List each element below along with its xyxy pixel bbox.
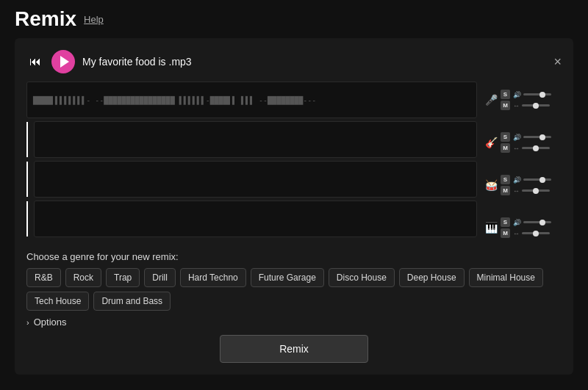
mute-button-2[interactable]: M: [501, 143, 510, 153]
pan-knob-4: [533, 231, 539, 236]
track-row-4: [26, 201, 477, 236]
mute-button-1[interactable]: M: [501, 101, 510, 110]
remix-button[interactable]: Remix: [220, 335, 368, 363]
genre-tag-deep-house[interactable]: Deep House: [399, 268, 465, 287]
tracks-area: ████▌▌▌▌▌▌▌▌- --████████████████ ▌▌▌▌▌▌-…: [26, 82, 562, 245]
ctrl-group-4: 🎹 S M 🔊 ↔: [484, 210, 562, 245]
volume-slider-3[interactable]: 🔊: [513, 176, 551, 184]
back-button[interactable]: ⏮: [26, 54, 44, 70]
pan-slider-3[interactable]: ↔: [513, 187, 551, 195]
genre-tag-future-garage[interactable]: Future Garage: [251, 268, 324, 287]
volume-knob-2: [539, 134, 545, 140]
pan-icon-2: ↔: [513, 145, 520, 152]
mic-icon: 🎤: [484, 94, 498, 106]
pan-bar-3[interactable]: [522, 189, 550, 192]
options-row[interactable]: › Options: [26, 317, 562, 328]
solo-button-1[interactable]: S: [501, 90, 510, 99]
volume-bar-3[interactable]: [523, 178, 551, 181]
volume-knob-3: [539, 177, 545, 183]
genre-label: Choose a genre for your new remix:: [26, 251, 562, 262]
genre-tag-trap[interactable]: Trap: [106, 268, 140, 287]
volume-slider-4[interactable]: 🔊: [513, 219, 551, 226]
waveform-text: ████▌▌▌▌▌▌▌▌- --████████████████ ▌▌▌▌▌▌-…: [33, 96, 316, 104]
solo-button-4[interactable]: S: [501, 217, 510, 227]
pan-bar-4[interactable]: [522, 232, 550, 234]
volume-knob-4: [539, 220, 545, 225]
ctrl-sm-btns-2: S M: [501, 132, 510, 153]
ctrl-sm-btns-4: S M: [501, 217, 510, 238]
guitar-icon: 🎸: [484, 137, 498, 148]
ctrl-group-2: 🎸 S M 🔊 ↔: [484, 125, 562, 160]
genre-tag-minimal-house[interactable]: Minimal House: [469, 268, 543, 287]
pan-icon-1: ↔: [513, 102, 520, 109]
genre-tag-hard-techno[interactable]: Hard Techno: [180, 268, 246, 287]
genre-tag-randb[interactable]: R&B: [26, 268, 61, 287]
genre-tags: R&BRockTrapDrillHard TechnoFuture Garage…: [26, 268, 562, 311]
pan-icon-4: ↔: [513, 230, 520, 237]
pan-knob-1: [533, 103, 539, 109]
drums-icon: 🥁: [484, 179, 498, 191]
mute-button-3[interactable]: M: [501, 186, 510, 195]
volume-knob-1: [539, 92, 545, 98]
track-side-line-3: [26, 162, 28, 197]
ctrl-sliders-3: 🔊 ↔: [513, 176, 551, 195]
solo-button-3[interactable]: S: [501, 175, 510, 184]
chevron-right-icon: ›: [26, 318, 29, 327]
genre-section: Choose a genre for your new remix: R&BRo…: [26, 251, 562, 311]
pan-bar-2[interactable]: [522, 147, 550, 149]
remix-btn-container: Remix: [26, 335, 562, 363]
piano-icon: 🎹: [484, 222, 498, 234]
player-row: ⏮ My favorite food is .mp3 ×: [26, 50, 562, 73]
ctrl-group-3: 🥁 S M 🔊 ↔: [484, 167, 562, 203]
genre-tag-drum-and-bass[interactable]: Drum and Bass: [93, 292, 171, 311]
solo-button-2[interactable]: S: [501, 132, 510, 142]
volume-bar-1[interactable]: [523, 93, 551, 95]
ctrl-sliders-1: 🔊 ↔: [513, 91, 551, 109]
app-header: Remix Help: [0, 0, 588, 38]
ctrl-group-1: 🎤 S M 🔊 ↔: [484, 82, 562, 118]
ctrl-sliders-2: 🔊 ↔: [513, 134, 551, 152]
waveform-4: [34, 201, 477, 237]
pan-icon-3: ↔: [513, 187, 520, 195]
options-label: Options: [34, 317, 67, 328]
waveform-3: [34, 161, 477, 198]
track-side-line-2: [26, 122, 28, 157]
mute-button-4[interactable]: M: [501, 228, 510, 238]
main-waveform: ████▌▌▌▌▌▌▌▌- --████████████████ ▌▌▌▌▌▌-…: [26, 82, 477, 118]
pan-knob-3: [533, 188, 539, 194]
volume-bar-2[interactable]: [523, 136, 551, 138]
ctrl-sm-btns-1: S M: [501, 90, 510, 110]
pan-slider-2[interactable]: ↔: [513, 145, 551, 152]
genre-tag-drill[interactable]: Drill: [144, 268, 176, 287]
genre-tag-rock[interactable]: Rock: [65, 268, 101, 287]
tracks-left: ████▌▌▌▌▌▌▌▌- --████████████████ ▌▌▌▌▌▌-…: [26, 82, 477, 245]
volume-slider-1[interactable]: 🔊: [513, 91, 551, 98]
pan-slider-4[interactable]: ↔: [513, 230, 551, 237]
help-link[interactable]: Help: [84, 14, 104, 25]
track-row-3: [26, 162, 477, 197]
genre-tag-disco-house[interactable]: Disco House: [329, 268, 395, 287]
ctrl-sm-btns-3: S M: [501, 175, 510, 195]
waveform-2: [34, 121, 477, 158]
ctrl-sliders-4: 🔊 ↔: [513, 219, 551, 237]
volume-icon-1: 🔊: [513, 91, 521, 98]
play-button[interactable]: [51, 50, 75, 73]
pan-slider-1[interactable]: ↔: [513, 102, 551, 109]
volume-bar-4[interactable]: [523, 221, 551, 223]
genre-tag-tech-house[interactable]: Tech House: [26, 292, 89, 311]
play-icon: [60, 56, 69, 68]
track-row-2: [26, 122, 477, 157]
close-button[interactable]: ×: [553, 55, 562, 68]
volume-icon-2: 🔊: [513, 134, 521, 141]
track-name: My favorite food is .mp3: [82, 56, 546, 68]
volume-slider-2[interactable]: 🔊: [513, 134, 551, 141]
pan-knob-2: [533, 145, 539, 151]
app-title: Remix: [15, 7, 76, 31]
tracks-right: 🎤 S M 🔊 ↔: [484, 82, 562, 245]
track-side-line-4: [26, 201, 28, 236]
main-panel: ⏮ My favorite food is .mp3 × ████▌▌▌▌▌▌▌…: [15, 38, 573, 375]
volume-icon-3: 🔊: [513, 176, 521, 184]
track-row-1: ████▌▌▌▌▌▌▌▌- --████████████████ ▌▌▌▌▌▌-…: [26, 82, 477, 118]
volume-icon-4: 🔊: [513, 219, 521, 226]
pan-bar-1[interactable]: [522, 104, 550, 106]
